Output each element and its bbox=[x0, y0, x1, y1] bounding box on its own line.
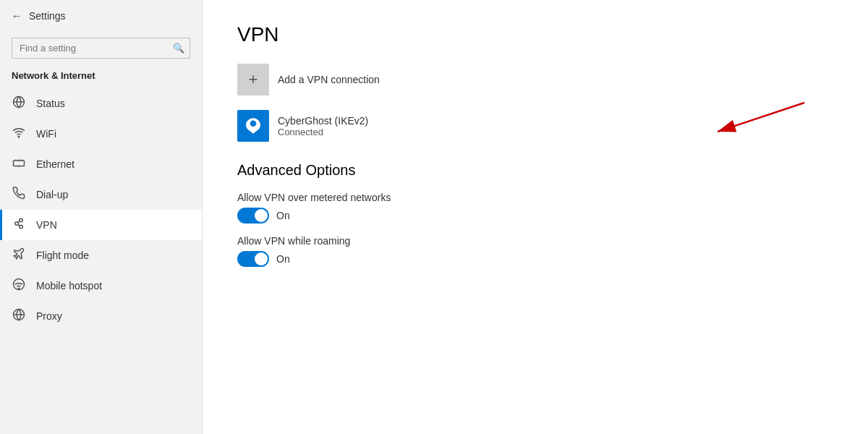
svg-point-14 bbox=[251, 122, 255, 125]
sidebar-item-status[interactable]: Status bbox=[0, 88, 202, 119]
svg-line-7 bbox=[18, 221, 20, 223]
dialup-icon bbox=[12, 187, 26, 203]
status-icon bbox=[12, 95, 26, 111]
toggle-roaming[interactable] bbox=[237, 251, 269, 267]
cyberghost-icon bbox=[244, 116, 263, 135]
sidebar-item-label-dialup: Dial-up bbox=[36, 189, 68, 200]
wifi-icon bbox=[12, 126, 26, 142]
sidebar-item-vpn[interactable]: VPN bbox=[0, 210, 202, 240]
search-box[interactable]: 🔍 bbox=[12, 38, 190, 59]
toggle-roaming-row: On bbox=[237, 251, 833, 267]
sidebar-item-label-flightmode: Flight mode bbox=[36, 250, 89, 261]
toggle-metered-text: On bbox=[276, 210, 290, 221]
add-vpn-button[interactable]: + Add a VPN connection bbox=[237, 64, 833, 95]
svg-point-2 bbox=[18, 136, 20, 137]
sidebar-title: Settings bbox=[29, 10, 66, 22]
option-roaming: Allow VPN while roaming On bbox=[237, 235, 833, 267]
sidebar-item-label-ethernet: Ethernet bbox=[36, 158, 75, 170]
add-vpn-label: Add a VPN connection bbox=[278, 74, 380, 85]
sidebar-item-label-wifi: WiFi bbox=[36, 128, 56, 140]
flightmode-icon bbox=[12, 247, 26, 263]
vpn-connection-container: CyberGhost (IKEv2) Connected bbox=[237, 110, 833, 142]
add-icon-box: + bbox=[237, 64, 269, 95]
svg-rect-3 bbox=[14, 161, 25, 166]
sidebar-item-wifi[interactable]: WiFi bbox=[0, 119, 202, 149]
svg-line-8 bbox=[18, 224, 20, 226]
sidebar-item-proxy[interactable]: Proxy bbox=[0, 301, 202, 331]
page-title: VPN bbox=[237, 23, 833, 46]
vpn-status: Connected bbox=[278, 127, 368, 137]
sidebar-item-label-status: Status bbox=[36, 98, 65, 109]
section-label: Network & Internet bbox=[0, 67, 202, 88]
search-icon[interactable]: 🔍 bbox=[173, 43, 184, 54]
option-roaming-label: Allow VPN while roaming bbox=[237, 235, 833, 247]
toggle-roaming-text: On bbox=[276, 253, 290, 265]
sidebar-item-flightmode[interactable]: Flight mode bbox=[0, 240, 202, 271]
hotspot-icon bbox=[12, 278, 26, 294]
sidebar-item-hotspot[interactable]: Mobile hotspot bbox=[0, 271, 202, 301]
vpn-nav-icon bbox=[12, 217, 26, 233]
back-button[interactable]: ← bbox=[12, 10, 22, 22]
option-metered: Allow VPN over metered networks On bbox=[237, 192, 833, 224]
ethernet-icon bbox=[12, 156, 26, 172]
sidebar-item-label-hotspot: Mobile hotspot bbox=[36, 280, 102, 292]
add-icon: + bbox=[249, 70, 258, 89]
vpn-info: CyberGhost (IKEv2) Connected bbox=[278, 115, 368, 137]
vpn-connection-item[interactable]: CyberGhost (IKEv2) Connected bbox=[237, 110, 833, 142]
svg-point-6 bbox=[20, 225, 23, 229]
proxy-icon bbox=[12, 308, 26, 324]
sidebar-header: ← Settings bbox=[0, 0, 202, 32]
advanced-options-title: Advanced Options bbox=[237, 162, 833, 179]
option-metered-label: Allow VPN over metered networks bbox=[237, 192, 833, 203]
search-input[interactable] bbox=[12, 38, 190, 59]
svg-point-9 bbox=[18, 288, 20, 289]
svg-point-4 bbox=[15, 222, 19, 226]
main-content: VPN + Add a VPN connection bbox=[203, 0, 868, 434]
svg-point-5 bbox=[20, 218, 23, 222]
sidebar-item-dialup[interactable]: Dial-up bbox=[0, 179, 202, 210]
vpn-connection-icon bbox=[237, 110, 269, 142]
toggle-metered-row: On bbox=[237, 208, 833, 224]
sidebar-item-label-proxy: Proxy bbox=[36, 310, 62, 322]
vpn-name: CyberGhost (IKEv2) bbox=[278, 115, 368, 127]
sidebar-item-label-vpn: VPN bbox=[36, 219, 57, 231]
toggle-metered[interactable] bbox=[237, 208, 269, 224]
sidebar-item-ethernet[interactable]: Ethernet bbox=[0, 149, 202, 179]
sidebar: ← Settings 🔍 Network & Internet Status W… bbox=[0, 0, 203, 434]
